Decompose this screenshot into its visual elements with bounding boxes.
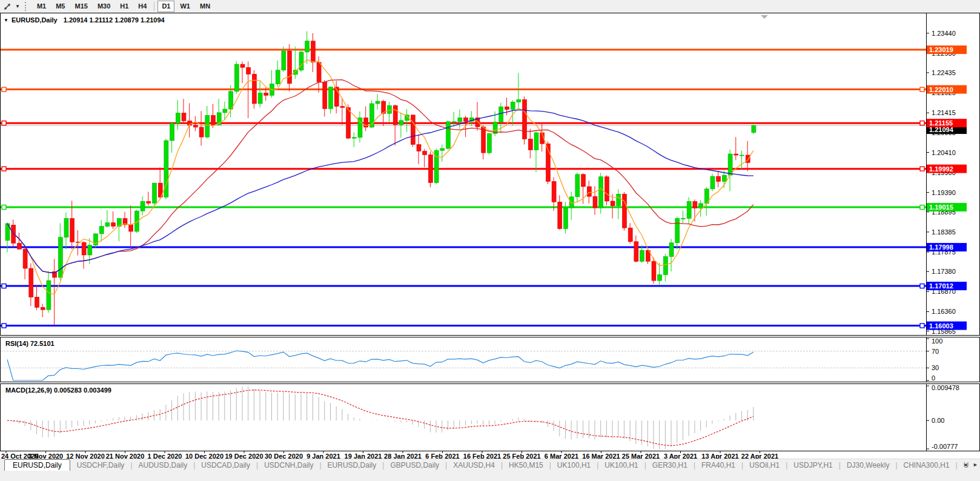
timeframe-button-w1[interactable]: W1 — [176, 1, 194, 12]
timeframe-buttons: M1M5M15M30H1H4D1W1MN — [32, 1, 215, 12]
tab-xauusd-h4[interactable]: XAUUSD,H4 — [448, 460, 500, 471]
tab-fra40-h1[interactable]: FRA40,H1 — [696, 460, 741, 471]
macd-indicator-label: MACD(12,26,9) 0.005283 0.003499 — [5, 386, 111, 394]
timeframe-button-m5[interactable]: M5 — [51, 1, 69, 12]
level-lines — [1, 50, 926, 325]
tab-ger30-h1[interactable]: GER30,H1 — [647, 460, 693, 471]
chart-symbol-label: EURUSD,Daily — [12, 16, 58, 24]
svg-text:1.23440: 1.23440 — [932, 30, 956, 37]
tab-eurusd-daily[interactable]: EURUSD,Daily — [322, 460, 382, 471]
svg-text:1.23019: 1.23019 — [929, 46, 953, 53]
svg-text:70: 70 — [932, 348, 939, 355]
status-strip — [0, 471, 980, 481]
tab-scroll-arrows: ◄ ► — [962, 462, 978, 468]
rsi-line — [7, 351, 753, 380]
macd-chart-canvas[interactable]: 0.0094780.00-0.00777 — [1, 384, 979, 451]
chart-title: ▼ EURUSD,Daily 1.20914 1.21112 1.20879 1… — [4, 16, 165, 24]
candles-layer — [5, 32, 756, 325]
top-toolbar: ▼ M1M5M15M30H1H4D1W1MN — [0, 0, 980, 13]
svg-text:1.22435: 1.22435 — [932, 69, 956, 76]
tab-dj30-weekly[interactable]: DJ30,Weekly — [841, 460, 895, 471]
tab-china300-h1[interactable]: CHINA300,H1 — [898, 460, 955, 471]
svg-text:30: 30 — [932, 364, 939, 371]
chart-ohlc-values: 1.20914 1.21112 1.20879 1.21094 — [64, 16, 165, 24]
svg-text:1.16003: 1.16003 — [929, 322, 953, 330]
tab-usdcad-daily[interactable]: USDCAD,Daily — [196, 460, 256, 471]
tab-usoil-h1[interactable]: USOil,H1 — [744, 460, 785, 471]
svg-text:0.009478: 0.009478 — [932, 384, 959, 391]
chart-tabs: EURUSD,DailyUSDCHF,Daily|AUDUSD,Daily|US… — [0, 459, 974, 472]
svg-text:1.16360: 1.16360 — [932, 308, 956, 315]
timeframe-button-h1[interactable]: H1 — [116, 1, 133, 12]
svg-text:1.21415: 1.21415 — [932, 109, 956, 116]
trading-terminal: { "toolbar": { "timeframes": ["M1","M5",… — [0, 0, 980, 481]
svg-text:1.22010: 1.22010 — [929, 86, 953, 93]
chart-shift-marker-icon — [761, 15, 768, 19]
tab-eurusd-daily[interactable]: EURUSD,Daily — [4, 459, 70, 472]
svg-text:1.17012: 1.17012 — [929, 282, 953, 290]
chart-tab-bar: EURUSD,DailyUSDCHF,Daily|AUDUSD,Daily|US… — [0, 459, 980, 471]
rsi-pane: RSI(14) 72.5101 10070300 — [0, 337, 980, 382]
ma-mid-line — [7, 80, 753, 273]
chart-window: ▼ EURUSD,Daily 1.20914 1.21112 1.20879 1… — [0, 13, 980, 459]
rsi-chart-canvas[interactable]: 10070300 — [1, 337, 979, 382]
toolbar-separator — [154, 2, 154, 11]
tab-scroll-left-icon[interactable]: ◄ — [962, 462, 968, 468]
price-pane: ▼ EURUSD,Daily 1.20914 1.21112 1.20879 1… — [0, 13, 980, 336]
chevron-down-icon[interactable]: ▼ — [15, 4, 20, 9]
svg-text:0: 0 — [932, 374, 935, 382]
tab-gbpusd-daily[interactable]: GBPUSD,Daily — [385, 460, 445, 471]
timeframe-button-d1[interactable]: D1 — [157, 1, 174, 12]
svg-text:1.18385: 1.18385 — [932, 228, 956, 236]
chart-dropdown-icon[interactable]: ▼ — [4, 18, 8, 23]
tab-uk100-h1[interactable]: UK100,H1 — [599, 460, 643, 471]
tab-usdchf-daily[interactable]: USDCHF,Daily — [71, 460, 130, 471]
svg-text:1.19390: 1.19390 — [932, 189, 956, 196]
timeframe-button-m1[interactable]: M1 — [33, 1, 50, 12]
tab-hk50-m15[interactable]: HK50,M15 — [503, 460, 549, 471]
svg-text:1.21155: 1.21155 — [929, 119, 953, 127]
tab-scroll-right-icon[interactable]: ► — [973, 462, 978, 468]
tab-audusd-daily[interactable]: AUDUSD,Daily — [133, 460, 193, 471]
timeframe-button-m30[interactable]: M30 — [93, 1, 114, 12]
tab-usdjpy-h1[interactable]: USDJPY,H1 — [788, 460, 838, 471]
chart-cursor-tool-icon[interactable] — [2, 1, 13, 12]
tab-uk100-h1[interactable]: UK100,H1 — [552, 460, 596, 471]
rsi-indicator-label: RSI(14) 72.5101 — [5, 340, 55, 347]
svg-text:1.19015: 1.19015 — [929, 204, 953, 211]
svg-text:1.17998: 1.17998 — [929, 244, 953, 251]
tab-usdcnh-daily[interactable]: USDCNH,Daily — [259, 460, 319, 471]
macd-pane: MACD(12,26,9) 0.005283 0.003499 0.009478… — [0, 383, 980, 451]
timeframe-button-m15[interactable]: M15 — [70, 1, 91, 12]
timeframe-button-h4[interactable]: H4 — [134, 1, 151, 12]
svg-text:0.00: 0.00 — [932, 417, 944, 424]
svg-text:100: 100 — [932, 337, 942, 345]
svg-text:1.20410: 1.20410 — [932, 149, 956, 156]
svg-text:1.17380: 1.17380 — [932, 268, 956, 275]
svg-text:1.19992: 1.19992 — [929, 165, 953, 173]
svg-text:-0.00777: -0.00777 — [932, 443, 958, 450]
price-chart-canvas[interactable]: 1.234401.229301.224351.219251.214151.209… — [1, 13, 979, 335]
timeframe-button-mn[interactable]: MN — [196, 1, 214, 12]
toolbar-grip[interactable] — [25, 2, 28, 11]
